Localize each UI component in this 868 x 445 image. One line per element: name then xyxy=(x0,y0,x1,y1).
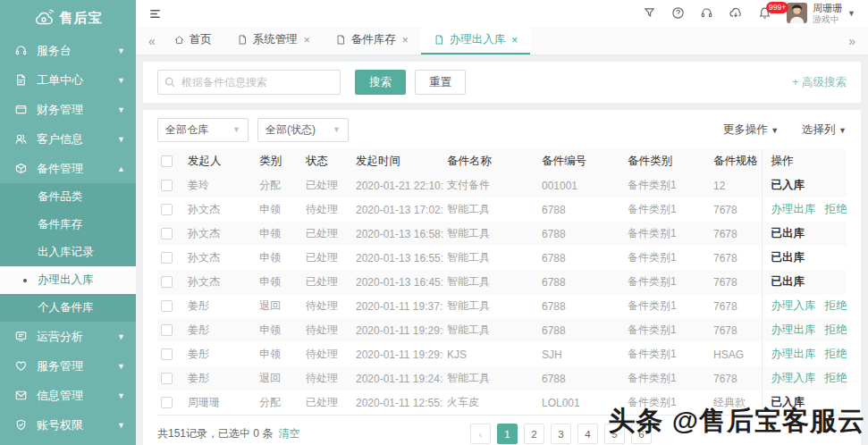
row-checkbox[interactable] xyxy=(161,276,173,288)
clear-selection-link[interactable]: 清空 xyxy=(278,426,299,441)
sidebar-menu-item[interactable]: 服务台 ▼ xyxy=(0,36,136,65)
row-checkbox[interactable] xyxy=(161,348,173,360)
cell-part-no: 6788 xyxy=(538,246,624,270)
chevron-down-icon: ▼ xyxy=(333,125,341,134)
warehouse-select[interactable]: 全部仓库 ▼ xyxy=(157,118,249,142)
wallet-icon xyxy=(14,103,28,116)
close-icon[interactable]: × xyxy=(402,34,409,46)
sidebar-menu-item[interactable]: 服务管理 ▼ xyxy=(0,351,136,381)
row-checkbox[interactable] xyxy=(161,300,173,312)
reject-action-link[interactable]: 拒绝 xyxy=(825,371,847,386)
sidebar-menu-item[interactable]: 财务管理 ▼ xyxy=(0,95,136,124)
page-number-button[interactable]: 4 xyxy=(577,424,598,444)
sidebar-menu-item[interactable]: 工单中心 ▼ xyxy=(0,65,136,95)
main-area: 999+ 周珊珊 游戏中 ▼ « 首页 xyxy=(136,0,868,445)
cell-part-category: 备件类别1 xyxy=(624,246,710,270)
menu-item-label: 备件管理 xyxy=(37,161,83,177)
tabs-scroll-left-icon[interactable]: « xyxy=(143,27,161,55)
chevron-down-icon: ▼ xyxy=(117,362,125,371)
prev-page-button[interactable]: ‹ xyxy=(470,424,491,444)
select-columns-button[interactable]: 选择列 ▼ xyxy=(802,122,847,138)
status-select[interactable]: 全部(状态) ▼ xyxy=(257,118,349,142)
sidebar-submenu-item[interactable]: 办理出入库 xyxy=(0,266,136,294)
reject-action-link[interactable]: 拒绝 xyxy=(825,323,847,338)
funnel-icon[interactable] xyxy=(643,6,656,20)
menu-item-label: 账号权限 xyxy=(37,417,83,433)
sidebar-menu-item[interactable]: 信息管理 ▼ xyxy=(0,381,136,410)
cell-status: 待处理 xyxy=(302,366,352,390)
sidebar-collapse-icon[interactable] xyxy=(148,7,162,21)
sidebar-submenu-item[interactable]: 备件品类 xyxy=(0,183,136,211)
process-action-link[interactable]: 办理出库 xyxy=(771,202,816,217)
reset-button[interactable]: 重置 xyxy=(415,70,466,95)
menu-item-label: 客户信息 xyxy=(37,131,83,147)
cell-operations: 已出库 xyxy=(762,246,847,270)
reject-action-link[interactable]: 拒绝 xyxy=(825,298,847,314)
cloud-download-icon[interactable] xyxy=(729,6,743,20)
sidebar: 售后宝 服务台 ▼ 工单中心 ▼ 财务管理 ▼ 客户信息 ▼ xyxy=(0,0,136,445)
table-row: 周珊珊 分配 已处理 2020-01-11 12:55:23 火车皮 LOL00… xyxy=(157,390,847,415)
cell-time: 2020-01-11 19:24:45 xyxy=(352,366,443,390)
help-icon[interactable] xyxy=(671,6,685,20)
sidebar-submenu-item[interactable]: 出入库记录 xyxy=(0,239,136,266)
row-checkbox[interactable] xyxy=(161,324,173,336)
process-action-link[interactable]: 办理出库 xyxy=(771,323,816,338)
row-checkbox[interactable] xyxy=(161,397,173,408)
topbar-actions: 999+ 周珊珊 游戏中 ▼ xyxy=(643,3,855,24)
search-panel: 搜索 重置 + 高级搜索 xyxy=(143,62,861,103)
page-tab[interactable]: 备件库存 × xyxy=(323,27,421,55)
sidebar-menu-item[interactable]: 运营分析 ▼ xyxy=(0,322,136,351)
sidebar-menu-item[interactable]: 备件管理 ▲ xyxy=(0,154,136,183)
row-checkbox[interactable] xyxy=(161,228,173,239)
page-tab[interactable]: 系统管理 × xyxy=(224,27,323,55)
bell-icon[interactable]: 999+ xyxy=(758,6,771,20)
cell-time: 2020-01-11 19:29:05 xyxy=(352,318,443,342)
process-action-link[interactable]: 办理入库 xyxy=(771,371,816,386)
page-number-button[interactable]: 3 xyxy=(551,424,571,444)
user-name: 周珊珊 xyxy=(813,3,842,14)
process-action-link[interactable]: 办理出库 xyxy=(771,347,816,362)
sidebar-menu-item[interactable]: 账号权限 ▼ xyxy=(0,410,136,440)
page-number-button[interactable]: 1 xyxy=(497,424,518,444)
cell-part-no: 6788 xyxy=(538,197,624,222)
search-input[interactable] xyxy=(157,70,341,95)
row-checkbox[interactable] xyxy=(161,180,173,191)
cell-operations: 办理出库 拒绝 xyxy=(762,197,847,222)
status-badge: 已入库 xyxy=(771,178,805,193)
page-number-button[interactable]: 5 xyxy=(604,424,625,444)
more-actions-button[interactable]: 更多操作 ▼ xyxy=(723,122,779,138)
headset-icon[interactable] xyxy=(700,6,713,20)
advanced-search-link[interactable]: + 高级搜索 xyxy=(792,75,847,90)
search-button[interactable]: 搜索 xyxy=(355,70,406,95)
row-checkbox[interactable] xyxy=(161,204,173,215)
sidebar-menu-item[interactable]: 客户信息 ▼ xyxy=(0,124,136,154)
process-action-link[interactable]: 办理入库 xyxy=(771,298,816,314)
reject-action-link[interactable]: 拒绝 xyxy=(825,202,847,217)
sidebar-submenu-item[interactable]: 备件库存 xyxy=(0,211,136,239)
sidebar-submenu-item[interactable]: 个人备件库 xyxy=(0,294,136,322)
close-icon[interactable]: × xyxy=(304,34,310,46)
cell-operations: 已出库 xyxy=(762,270,847,294)
cloud-wrench-logo-icon xyxy=(34,9,55,27)
page-number-button[interactable]: 2 xyxy=(524,424,544,444)
page-tab[interactable]: 办理出入库 × xyxy=(421,27,531,55)
table-row: 姜彤 退回 待处理 2020-01-11 19:37:27 智能工具 6788 … xyxy=(157,294,847,318)
close-icon[interactable]: × xyxy=(511,34,518,46)
reject-action-link[interactable]: 拒绝 xyxy=(825,347,847,362)
submenu-item-label: 个人备件库 xyxy=(38,300,94,315)
page-number-button[interactable]: 6 xyxy=(631,424,652,444)
page-tab[interactable]: 首页 xyxy=(161,27,224,55)
pagination: ‹ 1 2 3 4 5 6 xyxy=(470,424,652,444)
content: 搜索 重置 + 高级搜索 全部仓库 ▼ 全部(状态) ▼ 更多操作 ▼ 选择列 … xyxy=(136,55,868,445)
menu-item-label: 信息管理 xyxy=(37,388,83,404)
cell-initiator: 孙文杰 xyxy=(184,222,256,246)
tabs-scroll-right-icon[interactable]: » xyxy=(843,27,861,55)
column-header-part-name: 备件名称 xyxy=(443,149,538,173)
row-checkbox[interactable] xyxy=(161,373,173,384)
row-checkbox[interactable] xyxy=(161,252,173,264)
select-all-checkbox[interactable] xyxy=(161,155,173,167)
chevron-up-icon: ▲ xyxy=(117,164,125,173)
user-menu[interactable]: 周珊珊 游戏中 ▼ xyxy=(787,3,855,24)
cell-status: 已处理 xyxy=(302,173,352,197)
cell-part-category: 备件类别1 xyxy=(624,318,710,342)
